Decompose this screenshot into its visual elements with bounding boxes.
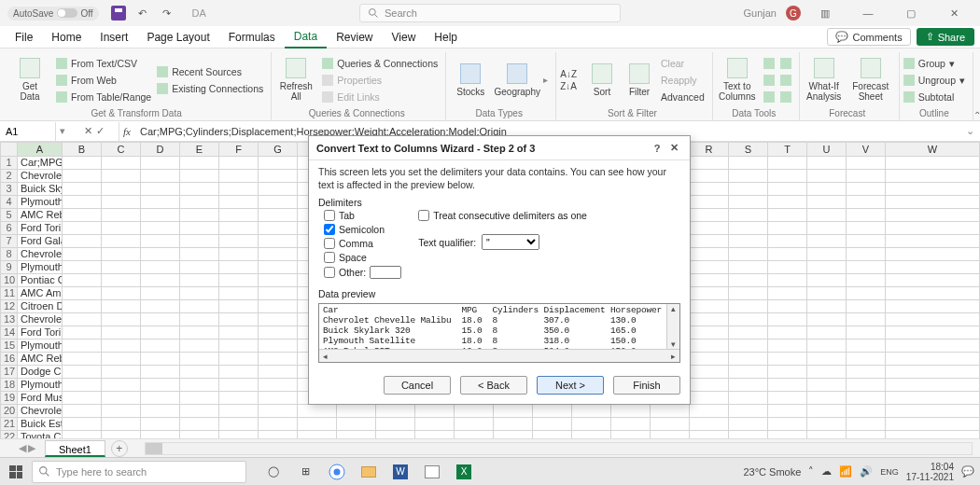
cell[interactable] (219, 196, 259, 209)
preview-h-scroll[interactable]: ◂▸ (319, 349, 679, 362)
cell[interactable] (886, 274, 980, 287)
tab-nav-next[interactable]: ▶ (28, 442, 35, 454)
queries-connections[interactable]: Queries & Connections (322, 56, 438, 71)
cell[interactable] (768, 183, 807, 196)
cell[interactable] (102, 209, 141, 222)
task-view-icon[interactable]: ◯ (261, 460, 286, 484)
cell[interactable]: Buick Skylark 320;15.0;8;350.0;165.0;369… (18, 183, 63, 196)
cell[interactable] (847, 353, 886, 366)
cell[interactable] (141, 274, 180, 287)
cell[interactable] (141, 209, 180, 222)
comments-button[interactable]: 💬 Comments (827, 28, 910, 46)
cell[interactable] (259, 248, 298, 261)
cell[interactable] (63, 222, 102, 235)
excel-icon[interactable]: X (452, 460, 476, 484)
cell[interactable] (729, 248, 768, 261)
cell[interactable] (259, 274, 298, 287)
cell[interactable] (690, 235, 729, 248)
cell[interactable] (180, 170, 219, 183)
add-sheet-button[interactable]: + (111, 440, 128, 457)
minimize-button[interactable]: — (849, 2, 887, 24)
cell[interactable] (219, 248, 259, 261)
cell[interactable] (533, 418, 572, 431)
cell[interactable] (847, 287, 886, 300)
forecast-sheet-button[interactable]: Forecast Sheet (850, 54, 891, 106)
cell[interactable] (219, 366, 259, 379)
cell[interactable] (102, 157, 141, 170)
cell[interactable] (690, 405, 729, 418)
cell[interactable] (102, 222, 141, 235)
onedrive-icon[interactable]: ☁ (821, 465, 832, 478)
cell[interactable] (102, 353, 141, 366)
cell[interactable] (886, 261, 980, 274)
col-header-D[interactable]: D (141, 143, 180, 157)
cell[interactable] (690, 170, 729, 183)
cell[interactable]: Ford Mustang Boss 302;0;8;302.0;140.0;33… (18, 392, 63, 405)
weather-widget[interactable]: 23°C Smoke (743, 466, 801, 478)
tab-nav-prev[interactable]: ◀ (19, 442, 26, 454)
cell[interactable] (102, 313, 141, 326)
cell[interactable] (690, 353, 729, 366)
tray-chevron-icon[interactable]: ˄ (808, 465, 814, 478)
cell[interactable] (259, 170, 298, 183)
cell[interactable] (180, 235, 219, 248)
cell[interactable] (768, 222, 807, 235)
cell[interactable] (847, 170, 886, 183)
cell[interactable] (180, 353, 219, 366)
cell[interactable] (455, 418, 494, 431)
cell[interactable] (102, 366, 141, 379)
cell[interactable] (690, 379, 729, 392)
cell[interactable] (572, 405, 611, 418)
whatif-button[interactable]: What-If Analysis (804, 54, 845, 106)
row-header[interactable]: 1 (1, 157, 18, 170)
cell[interactable] (807, 379, 847, 392)
row-header[interactable]: 9 (1, 261, 18, 274)
refresh-all-button[interactable]: Refresh All (275, 54, 316, 106)
advanced-filter[interactable]: Advanced (661, 90, 705, 104)
cell[interactable] (847, 405, 886, 418)
cell[interactable] (259, 196, 298, 209)
cell[interactable] (141, 405, 180, 418)
tab-insert[interactable]: Insert (91, 27, 137, 48)
account-badge[interactable]: G (786, 6, 801, 21)
cell[interactable] (847, 379, 886, 392)
row-header[interactable]: 14 (1, 326, 18, 340)
row-header[interactable]: 19 (1, 392, 18, 405)
row-header[interactable]: 5 (1, 209, 18, 222)
cell[interactable] (886, 326, 980, 340)
cell[interactable] (259, 405, 298, 418)
preview-v-scroll[interactable]: ▴▾ (666, 304, 679, 349)
cell[interactable] (886, 418, 980, 431)
cell[interactable] (729, 300, 768, 313)
col-header-G[interactable]: G (259, 143, 298, 157)
dialog-help-button[interactable]: ? (649, 143, 665, 154)
cell[interactable] (63, 326, 102, 340)
cell[interactable] (807, 405, 847, 418)
cell[interactable]: AMC Rebel SST (sw);0;8;360.0;175.0;3850.… (18, 353, 63, 366)
cell[interactable]: Plymouth 'Cuda 340;14.0;8;340.0;160.0;36… (18, 379, 63, 392)
cell[interactable] (180, 287, 219, 300)
row-header[interactable]: 2 (1, 170, 18, 183)
cell[interactable] (611, 418, 651, 431)
cell[interactable]: Chevrolet Monte Carlo;15.0;8;400.0;150.0… (18, 405, 63, 418)
cell[interactable] (807, 261, 847, 274)
text-to-columns-button[interactable]: Text to Columns (717, 54, 758, 106)
row-header[interactable]: 20 (1, 405, 18, 418)
from-text-csv[interactable]: From Text/CSV (56, 56, 151, 71)
cell[interactable] (729, 392, 768, 405)
row-header[interactable]: 18 (1, 379, 18, 392)
cell[interactable] (180, 248, 219, 261)
cell[interactable] (180, 313, 219, 326)
cell[interactable] (141, 287, 180, 300)
cell[interactable] (886, 196, 980, 209)
cell[interactable] (729, 379, 768, 392)
start-button[interactable] (0, 458, 32, 486)
cell[interactable] (63, 405, 102, 418)
subtotal[interactable]: Subtotal (903, 90, 965, 104)
cell[interactable] (259, 300, 298, 313)
cell[interactable] (847, 248, 886, 261)
sheet-tab-1[interactable]: Sheet1 (45, 440, 105, 457)
cell[interactable] (807, 287, 847, 300)
cell[interactable] (886, 287, 980, 300)
cell[interactable] (807, 222, 847, 235)
